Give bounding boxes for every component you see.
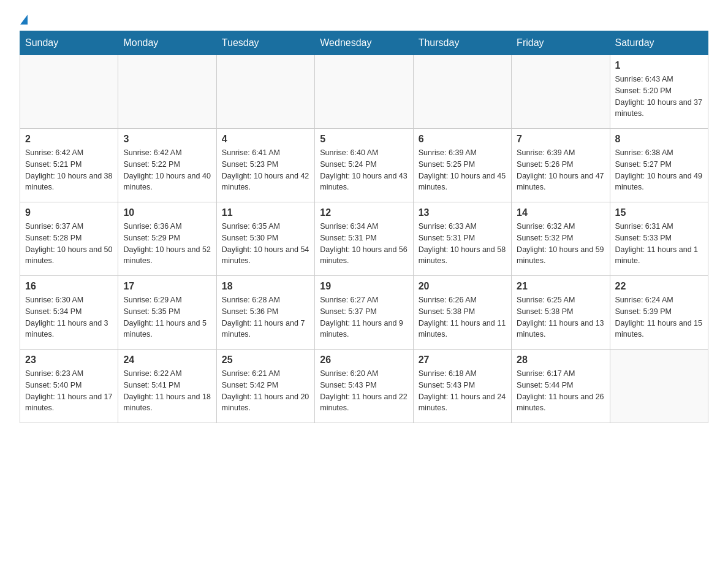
logo-triangle-icon <box>20 15 28 25</box>
calendar-header-saturday: Saturday <box>610 31 708 55</box>
calendar-cell: 20Sunrise: 6:26 AMSunset: 5:38 PMDayligh… <box>413 276 511 350</box>
calendar-week-row: 23Sunrise: 6:23 AMSunset: 5:40 PMDayligh… <box>20 350 708 423</box>
page-header <box>20 15 708 25</box>
calendar-cell: 22Sunrise: 6:24 AMSunset: 5:39 PMDayligh… <box>610 276 708 350</box>
day-number: 2 <box>25 134 113 145</box>
sun-info: Sunrise: 6:18 AMSunset: 5:43 PMDaylight:… <box>419 368 506 414</box>
day-number: 22 <box>615 281 703 292</box>
sun-info: Sunrise: 6:40 AMSunset: 5:24 PMDaylight:… <box>320 147 408 193</box>
sun-info: Sunrise: 6:17 AMSunset: 5:44 PMDaylight:… <box>517 368 604 414</box>
calendar-header-thursday: Thursday <box>413 31 511 55</box>
calendar-cell: 10Sunrise: 6:36 AMSunset: 5:29 PMDayligh… <box>118 202 216 276</box>
day-number: 20 <box>419 281 506 292</box>
calendar-cell: 16Sunrise: 6:30 AMSunset: 5:34 PMDayligh… <box>20 276 118 350</box>
day-number: 13 <box>419 207 506 218</box>
calendar-header-tuesday: Tuesday <box>216 31 314 55</box>
sun-info: Sunrise: 6:28 AMSunset: 5:36 PMDaylight:… <box>222 294 309 340</box>
day-number: 26 <box>320 354 408 366</box>
calendar-cell <box>610 350 708 423</box>
day-number: 11 <box>222 207 309 218</box>
day-number: 10 <box>123 207 211 218</box>
calendar-cell: 9Sunrise: 6:37 AMSunset: 5:28 PMDaylight… <box>20 202 118 276</box>
calendar-week-row: 2Sunrise: 6:42 AMSunset: 5:21 PMDaylight… <box>20 129 708 202</box>
sun-info: Sunrise: 6:29 AMSunset: 5:35 PMDaylight:… <box>123 294 211 340</box>
day-number: 6 <box>419 134 506 145</box>
sun-info: Sunrise: 6:31 AMSunset: 5:33 PMDaylight:… <box>615 221 703 267</box>
calendar-cell: 19Sunrise: 6:27 AMSunset: 5:37 PMDayligh… <box>315 276 413 350</box>
calendar-cell: 8Sunrise: 6:38 AMSunset: 5:27 PMDaylight… <box>610 129 708 202</box>
sun-info: Sunrise: 6:38 AMSunset: 5:27 PMDaylight:… <box>615 147 703 193</box>
calendar-cell: 28Sunrise: 6:17 AMSunset: 5:44 PMDayligh… <box>512 350 610 423</box>
calendar-cell <box>512 55 610 129</box>
day-number: 24 <box>123 354 211 366</box>
calendar-header-wednesday: Wednesday <box>315 31 413 55</box>
sun-info: Sunrise: 6:23 AMSunset: 5:40 PMDaylight:… <box>25 368 113 414</box>
day-number: 3 <box>123 134 211 145</box>
calendar-header-sunday: Sunday <box>20 31 118 55</box>
calendar-cell: 14Sunrise: 6:32 AMSunset: 5:32 PMDayligh… <box>512 202 610 276</box>
calendar-cell: 2Sunrise: 6:42 AMSunset: 5:21 PMDaylight… <box>20 129 118 202</box>
calendar-cell <box>413 55 511 129</box>
calendar-cell: 17Sunrise: 6:29 AMSunset: 5:35 PMDayligh… <box>118 276 216 350</box>
day-number: 16 <box>25 281 113 292</box>
sun-info: Sunrise: 6:39 AMSunset: 5:25 PMDaylight:… <box>419 147 506 193</box>
calendar-cell: 11Sunrise: 6:35 AMSunset: 5:30 PMDayligh… <box>216 202 314 276</box>
calendar-cell <box>20 55 118 129</box>
sun-info: Sunrise: 6:24 AMSunset: 5:39 PMDaylight:… <box>615 294 703 340</box>
calendar-cell: 12Sunrise: 6:34 AMSunset: 5:31 PMDayligh… <box>315 202 413 276</box>
sun-info: Sunrise: 6:30 AMSunset: 5:34 PMDaylight:… <box>25 294 113 340</box>
calendar-cell <box>118 55 216 129</box>
calendar-cell: 5Sunrise: 6:40 AMSunset: 5:24 PMDaylight… <box>315 129 413 202</box>
day-number: 14 <box>517 207 604 218</box>
day-number: 8 <box>615 134 703 145</box>
calendar-table: SundayMondayTuesdayWednesdayThursdayFrid… <box>20 31 708 423</box>
sun-info: Sunrise: 6:32 AMSunset: 5:32 PMDaylight:… <box>517 221 604 267</box>
calendar-cell: 24Sunrise: 6:22 AMSunset: 5:41 PMDayligh… <box>118 350 216 423</box>
day-number: 12 <box>320 207 408 218</box>
calendar-cell: 15Sunrise: 6:31 AMSunset: 5:33 PMDayligh… <box>610 202 708 276</box>
calendar-header-row: SundayMondayTuesdayWednesdayThursdayFrid… <box>20 31 708 55</box>
calendar-cell: 23Sunrise: 6:23 AMSunset: 5:40 PMDayligh… <box>20 350 118 423</box>
calendar-cell: 6Sunrise: 6:39 AMSunset: 5:25 PMDaylight… <box>413 129 511 202</box>
calendar-cell: 26Sunrise: 6:20 AMSunset: 5:43 PMDayligh… <box>315 350 413 423</box>
day-number: 7 <box>517 134 604 145</box>
day-number: 19 <box>320 281 408 292</box>
calendar-header-friday: Friday <box>512 31 610 55</box>
calendar-cell: 1Sunrise: 6:43 AMSunset: 5:20 PMDaylight… <box>610 55 708 129</box>
day-number: 17 <box>123 281 211 292</box>
calendar-week-row: 16Sunrise: 6:30 AMSunset: 5:34 PMDayligh… <box>20 276 708 350</box>
calendar-cell: 4Sunrise: 6:41 AMSunset: 5:23 PMDaylight… <box>216 129 314 202</box>
calendar-cell: 18Sunrise: 6:28 AMSunset: 5:36 PMDayligh… <box>216 276 314 350</box>
calendar-week-row: 1Sunrise: 6:43 AMSunset: 5:20 PMDaylight… <box>20 55 708 129</box>
sun-info: Sunrise: 6:37 AMSunset: 5:28 PMDaylight:… <box>25 221 113 267</box>
calendar-cell: 7Sunrise: 6:39 AMSunset: 5:26 PMDaylight… <box>512 129 610 202</box>
sun-info: Sunrise: 6:22 AMSunset: 5:41 PMDaylight:… <box>123 368 211 414</box>
calendar-week-row: 9Sunrise: 6:37 AMSunset: 5:28 PMDaylight… <box>20 202 708 276</box>
day-number: 25 <box>222 354 309 366</box>
sun-info: Sunrise: 6:42 AMSunset: 5:21 PMDaylight:… <box>25 147 113 193</box>
calendar-cell: 3Sunrise: 6:42 AMSunset: 5:22 PMDaylight… <box>118 129 216 202</box>
sun-info: Sunrise: 6:42 AMSunset: 5:22 PMDaylight:… <box>123 147 211 193</box>
day-number: 15 <box>615 207 703 218</box>
sun-info: Sunrise: 6:34 AMSunset: 5:31 PMDaylight:… <box>320 221 408 267</box>
sun-info: Sunrise: 6:41 AMSunset: 5:23 PMDaylight:… <box>222 147 309 193</box>
day-number: 1 <box>615 60 703 71</box>
calendar-cell: 27Sunrise: 6:18 AMSunset: 5:43 PMDayligh… <box>413 350 511 423</box>
day-number: 27 <box>419 354 506 366</box>
calendar-cell <box>315 55 413 129</box>
day-number: 18 <box>222 281 309 292</box>
day-number: 9 <box>25 207 113 218</box>
day-number: 4 <box>222 134 309 145</box>
day-number: 5 <box>320 134 408 145</box>
day-number: 28 <box>517 354 604 366</box>
sun-info: Sunrise: 6:39 AMSunset: 5:26 PMDaylight:… <box>517 147 604 193</box>
calendar-cell: 25Sunrise: 6:21 AMSunset: 5:42 PMDayligh… <box>216 350 314 423</box>
sun-info: Sunrise: 6:21 AMSunset: 5:42 PMDaylight:… <box>222 368 309 414</box>
sun-info: Sunrise: 6:20 AMSunset: 5:43 PMDaylight:… <box>320 368 408 414</box>
calendar-cell <box>216 55 314 129</box>
logo <box>20 15 28 25</box>
sun-info: Sunrise: 6:36 AMSunset: 5:29 PMDaylight:… <box>123 221 211 267</box>
calendar-header-monday: Monday <box>118 31 216 55</box>
sun-info: Sunrise: 6:27 AMSunset: 5:37 PMDaylight:… <box>320 294 408 340</box>
calendar-cell: 13Sunrise: 6:33 AMSunset: 5:31 PMDayligh… <box>413 202 511 276</box>
